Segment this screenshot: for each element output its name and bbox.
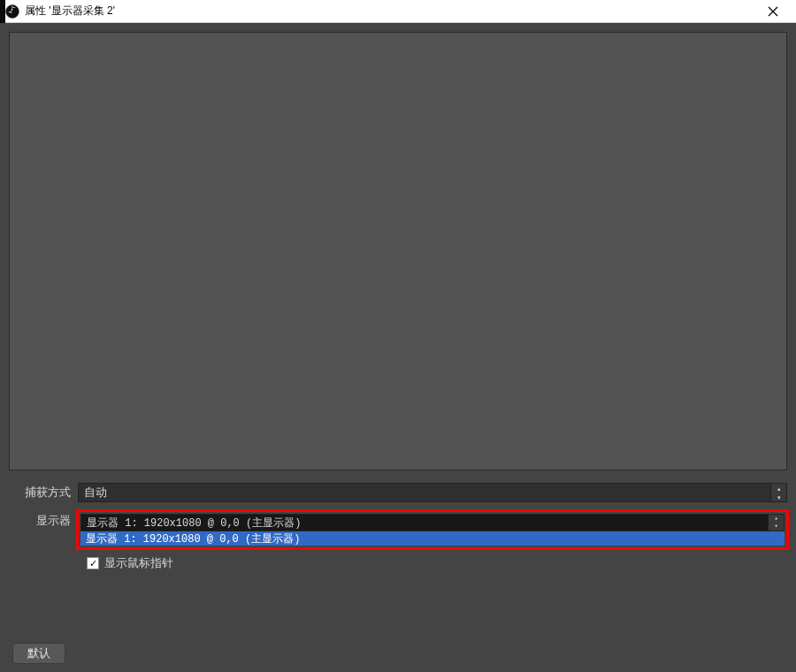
titlebar: 属性 '显示器采集 2' [0, 0, 796, 23]
highlight-box: 显示器 1: 1920x1080 @ 0,0 (主显示器) ▴ ▾ 显示器 1:… [76, 509, 789, 550]
obs-icon [5, 4, 19, 19]
show-cursor-checkbox[interactable]: ✓ [87, 557, 99, 569]
chevron-up-icon: ▴ [771, 484, 786, 493]
capture-method-select[interactable]: 自动 ▴ ▾ [78, 483, 787, 502]
capture-method-value: 自动 [84, 485, 107, 500]
display-select[interactable]: 显示器 1: 1920x1080 @ 0,0 (主显示器) ▴ ▾ [80, 514, 785, 531]
spinner-icon: ▴ ▾ [768, 515, 784, 531]
check-icon: ✓ [89, 559, 97, 569]
capture-method-row: 捕获方式 自动 ▴ ▾ [9, 483, 787, 502]
close-button[interactable] [755, 0, 791, 23]
display-value: 显示器 1: 1920x1080 @ 0,0 (主显示器) [87, 515, 301, 531]
chevron-down-icon: ▾ [771, 493, 786, 501]
defaults-button-label: 默认 [27, 645, 50, 661]
window-title: 属性 '显示器采集 2' [25, 4, 115, 19]
display-option-1[interactable]: 显示器 1: 1920x1080 @ 0,0 (主显示器) [80, 531, 785, 546]
display-row: 显示器 显示器 1: 1920x1080 @ 0,0 (主显示器) ▴ ▾ 显示… [9, 509, 787, 550]
preview-container [0, 23, 796, 479]
show-cursor-label: 显示鼠标指针 [104, 555, 173, 571]
close-icon [768, 6, 778, 17]
defaults-button[interactable]: 默认 [12, 643, 65, 664]
show-cursor-row: ✓ 显示鼠标指针 [87, 555, 787, 571]
client-area: 捕获方式 自动 ▴ ▾ 显示器 显示器 1: 1920x1080 @ 0,0 (… [0, 23, 796, 672]
display-option-label: 显示器 1: 1920x1080 @ 0,0 (主显示器) [86, 531, 300, 546]
chevron-up-icon: ▴ [769, 515, 784, 523]
bottom-bar: 默认 [0, 635, 796, 672]
properties-window: 属性 '显示器采集 2' 捕获方式 自动 ▴ ▾ [0, 0, 796, 672]
display-select-group: 显示器 1: 1920x1080 @ 0,0 (主显示器) ▴ ▾ 显示器 1:… [78, 509, 787, 550]
form-area: 捕获方式 自动 ▴ ▾ 显示器 显示器 1: 1920x1080 @ 0,0 (… [0, 479, 796, 571]
spinner-icon: ▴ ▾ [770, 484, 786, 501]
display-label: 显示器 [9, 509, 78, 529]
chevron-down-icon: ▾ [769, 523, 784, 531]
preview-area [9, 32, 787, 470]
capture-method-label: 捕获方式 [9, 485, 78, 500]
